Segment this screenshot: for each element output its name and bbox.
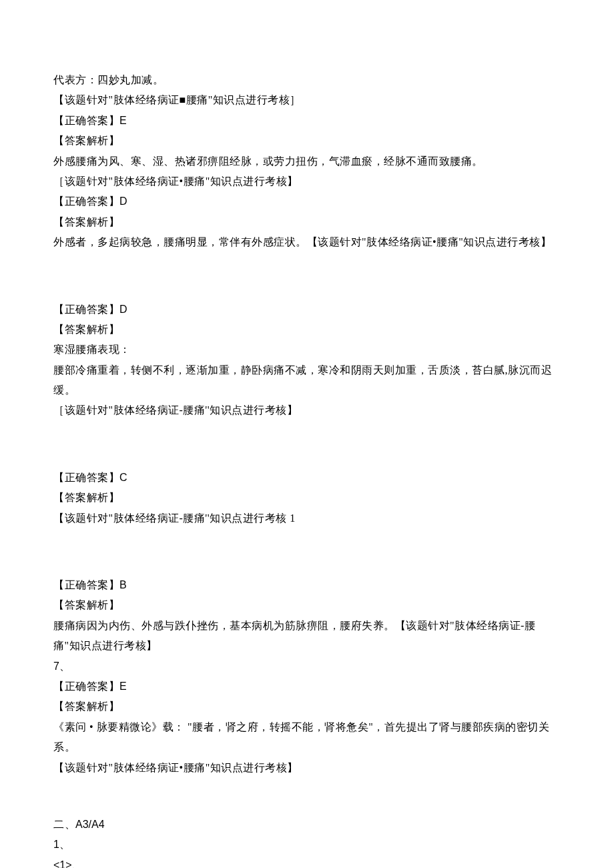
text-line: 寒湿腰痛表现： [53,340,561,360]
section-prefix: 二、 [53,819,75,830]
question-number: 7、 [53,657,561,677]
text-line: 【该题针对"肢体经络病证-腰痛''知识点进行考核 1 [53,508,561,528]
section-heading: 二、A3/A4 [53,815,561,835]
question-number: 1、 [53,835,561,855]
answer-line: 【正确答案】C [53,468,561,488]
answer-line: 【正确答案】D [53,191,561,211]
text-line: 外感腰痛为风、寒、湿、热诸邪痹阻经脉，或劳力扭伤，气滞血瘀，经脉不通而致腰痛。 [53,151,561,171]
number-value: 7、 [53,661,70,672]
text-line: 【该题针对"肢体经络病证•腰痛"知识点进行考核】 [53,758,561,778]
text-line: 腰痛病因为内伤、外感与跌仆挫伤，基本病机为筋脉痹阻，腰府失养。【该题针对"肢体经… [53,616,561,657]
answer-label: 【正确答案】 [53,195,119,207]
answer-label: 【正确答案】 [53,304,119,315]
spacer [53,421,561,468]
answer-label: 【正确答案】 [53,115,119,126]
answer-value: E [119,115,127,126]
answer-value: B [119,579,127,590]
answer-line: 【正确答案】E [53,111,561,131]
explain-label: 【答案解析】 [53,697,561,717]
number-value: <1>、 [53,859,83,868]
section-code: A3/A4 [75,819,105,830]
spacer [53,778,561,815]
text-line: 腰部冷痛重着，转侧不利，逐渐加重，静卧病痛不减，寒冷和阴雨天则加重，舌质淡，苔白… [53,360,561,401]
document-page: 代表方：四妙丸加减。 【该题针对"肢体经络病证■腰痛"知识点进行考核］ 【正确答… [0,0,614,868]
answer-label: 【正确答案】 [53,579,119,590]
text-line: 代表方：四妙丸加减。 [53,70,561,90]
answer-line: 【正确答案】E [53,677,561,697]
text-line: 外感者，多起病较急，腰痛明显，常伴有外感症状。【该题针对"肢体经络病证•腰痛"知… [53,232,561,252]
answer-value: C [119,472,127,483]
text-line: ［该题针对"肢体经络病证•腰痛"知识点进行考核】 [53,171,561,191]
answer-label: 【正确答案】 [53,681,119,692]
answer-value: D [119,195,127,207]
text-line: 《素问 • 脉要精微论》载： "腰者，肾之府，转摇不能，肾将惫矣"，首先提出了肾… [53,717,561,758]
answer-value: E [119,681,127,692]
text-line: ［该题针对"肢体经络病证-腰痛''知识点进行考核】 [53,400,561,420]
spacer [53,528,561,575]
answer-label: 【正确答案】 [53,472,119,483]
explain-label: 【答案解析】 [53,595,561,615]
text-line: 【该题针对"肢体经络病证■腰痛"知识点进行考核］ [53,90,561,110]
spacer [53,253,561,300]
answer-line: 【正确答案】D [53,300,561,320]
explain-label: 【答案解析】 [53,212,561,232]
answer-line: 【正确答案】B [53,575,561,595]
explain-label: 【答案解析】 [53,488,561,508]
explain-label: 【答案解析】 [53,320,561,340]
number-value: 1、 [53,839,70,850]
answer-value: D [119,304,127,315]
explain-label: 【答案解析】 [53,131,561,151]
sub-question-number: <1>、 [53,855,561,868]
